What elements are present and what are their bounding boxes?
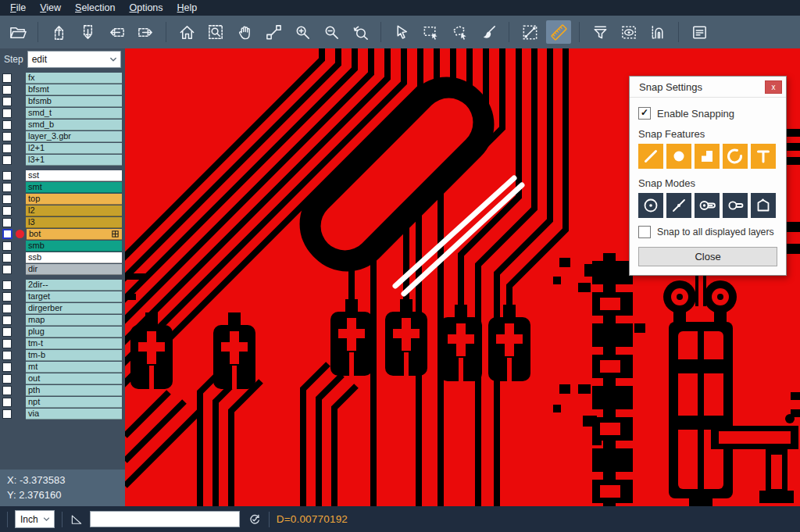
dialog-title-bar[interactable]: Snap Settings x xyxy=(630,77,786,98)
menu-selection[interactable]: Selection xyxy=(68,2,122,14)
layer-name-bar[interactable]: via xyxy=(26,409,122,420)
ruler-button[interactable] xyxy=(546,20,571,44)
layer-visibility-checkbox[interactable] xyxy=(2,316,12,325)
layer-name-bar[interactable]: fx xyxy=(26,73,122,84)
layer-name-bar[interactable]: smd_t xyxy=(26,108,122,119)
layer-visibility-checkbox[interactable] xyxy=(2,206,12,216)
menu-options[interactable]: Options xyxy=(122,2,170,14)
layer-visibility-checkbox[interactable] xyxy=(2,183,12,192)
layer-visibility-checkbox[interactable] xyxy=(2,292,12,302)
layer-name-bar[interactable]: smt xyxy=(26,182,122,193)
layer-name-bar[interactable]: 2dir-- xyxy=(26,280,122,291)
shift-down-button[interactable] xyxy=(75,20,100,44)
clear-selection-button[interactable] xyxy=(476,20,501,44)
snap-text-button[interactable] xyxy=(751,144,776,169)
select-rect-button[interactable] xyxy=(418,20,443,44)
layer-visibility-checkbox[interactable] xyxy=(2,241,12,251)
select-poly-button[interactable] xyxy=(447,20,472,44)
layer-name-bar[interactable]: ssb xyxy=(26,252,122,263)
select-button[interactable] xyxy=(389,20,414,44)
layer-visibility-checkbox[interactable] xyxy=(2,144,12,153)
shift-left-button[interactable] xyxy=(104,20,129,44)
refresh-check-icon[interactable] xyxy=(248,512,262,527)
step-select[interactable]: edit xyxy=(27,51,121,68)
command-input[interactable] xyxy=(90,511,240,527)
snap-line-button[interactable] xyxy=(638,144,663,169)
layer-name-bar[interactable]: tm-t xyxy=(26,338,122,349)
layer-name-bar[interactable]: bot xyxy=(27,229,122,240)
shift-right-button[interactable] xyxy=(133,20,158,44)
layer-visibility-checkbox[interactable] xyxy=(2,97,12,106)
layer-visibility-checkbox[interactable] xyxy=(2,120,12,130)
layer-name-bar[interactable]: plug xyxy=(26,327,122,337)
layer-name-bar[interactable]: dirgerber xyxy=(26,303,122,314)
layer-name-bar[interactable]: smd_b xyxy=(26,120,122,130)
view-selection-button[interactable] xyxy=(616,20,641,44)
layer-visibility-checkbox[interactable] xyxy=(2,339,12,348)
snap-settings-button[interactable] xyxy=(645,20,670,44)
layer-visibility-checkbox[interactable] xyxy=(2,85,12,95)
snap-contour-button[interactable] xyxy=(751,193,776,218)
layer-name-bar[interactable]: pth xyxy=(26,385,122,396)
filter-button[interactable] xyxy=(588,20,612,44)
layer-name-bar[interactable]: l3 xyxy=(26,217,122,228)
report-button[interactable] xyxy=(687,20,712,44)
menu-help[interactable]: Help xyxy=(170,2,205,14)
layer-visibility-checkbox[interactable] xyxy=(2,155,12,165)
layer-visibility-checkbox[interactable] xyxy=(2,229,12,239)
zoom-in-button[interactable] xyxy=(290,20,315,44)
menu-view[interactable]: View xyxy=(33,2,68,14)
layer-visibility-checkbox[interactable] xyxy=(2,253,12,262)
zoom-home-button[interactable] xyxy=(174,20,199,44)
layer-visibility-checkbox[interactable] xyxy=(2,218,12,227)
snap-arc-button[interactable] xyxy=(723,144,748,169)
layer-visibility-checkbox[interactable] xyxy=(2,374,12,384)
layer-name-bar[interactable]: bfsmb xyxy=(26,96,122,107)
layer-name-bar[interactable]: bfsmt xyxy=(26,84,122,95)
unit-select[interactable]: Inch xyxy=(15,510,55,528)
menu-file[interactable]: File xyxy=(3,2,33,14)
snap-surface-button[interactable] xyxy=(695,144,720,169)
snap-center-button[interactable] xyxy=(638,193,663,218)
dialog-close-button[interactable]: x xyxy=(765,80,782,94)
layer-name-bar[interactable]: out xyxy=(26,373,122,384)
layer-visibility-checkbox[interactable] xyxy=(2,327,12,337)
layer-name-bar[interactable]: target xyxy=(26,291,122,302)
zoom-window-button[interactable] xyxy=(261,20,286,44)
open-button[interactable] xyxy=(5,20,30,44)
layer-name-bar[interactable]: l3+1 xyxy=(26,155,122,166)
layer-visibility-checkbox[interactable] xyxy=(2,398,12,407)
layer-name-bar[interactable]: l2 xyxy=(26,205,122,216)
layer-visibility-checkbox[interactable] xyxy=(2,73,12,83)
snap-pad-filled-button[interactable] xyxy=(695,193,720,218)
layer-name-bar[interactable]: map xyxy=(26,315,122,326)
layer-visibility-checkbox[interactable] xyxy=(2,265,12,274)
layer-name-bar[interactable]: dir xyxy=(26,264,122,275)
layer-visibility-checkbox[interactable] xyxy=(2,171,12,180)
layer-visibility-checkbox[interactable] xyxy=(2,109,12,118)
zoom-out-button[interactable] xyxy=(319,20,344,44)
layer-name-bar[interactable]: l2+1 xyxy=(26,143,122,154)
layer-visibility-checkbox[interactable] xyxy=(2,351,12,360)
layer-name-bar[interactable]: npt xyxy=(26,397,122,408)
snap-pad-outline-button[interactable] xyxy=(723,193,748,218)
layer-visibility-checkbox[interactable] xyxy=(2,386,12,395)
layer-visibility-checkbox[interactable] xyxy=(2,304,12,313)
pan-button[interactable] xyxy=(232,20,257,44)
layer-name-bar[interactable]: tm-b xyxy=(26,350,122,361)
layer-name-bar[interactable]: mt xyxy=(26,362,122,373)
layer-visibility-checkbox[interactable] xyxy=(2,132,12,141)
measure-points-button[interactable] xyxy=(517,20,542,44)
snap-pad-button[interactable] xyxy=(666,144,691,169)
enable-snapping-checkbox[interactable] xyxy=(638,107,651,120)
layer-visibility-checkbox[interactable] xyxy=(2,280,12,290)
zoom-area-button[interactable] xyxy=(203,20,228,44)
snap-all-layers-checkbox[interactable] xyxy=(638,226,651,238)
layer-visibility-checkbox[interactable] xyxy=(2,362,12,372)
layer-visibility-checkbox[interactable] xyxy=(2,409,12,419)
layer-name-bar[interactable]: sst xyxy=(26,170,122,181)
layer-name-bar[interactable]: smb xyxy=(26,241,122,252)
layer-visibility-checkbox[interactable] xyxy=(2,195,12,204)
layer-name-bar[interactable]: layer_3.gbr xyxy=(26,131,122,142)
shift-up-button[interactable] xyxy=(46,20,71,44)
